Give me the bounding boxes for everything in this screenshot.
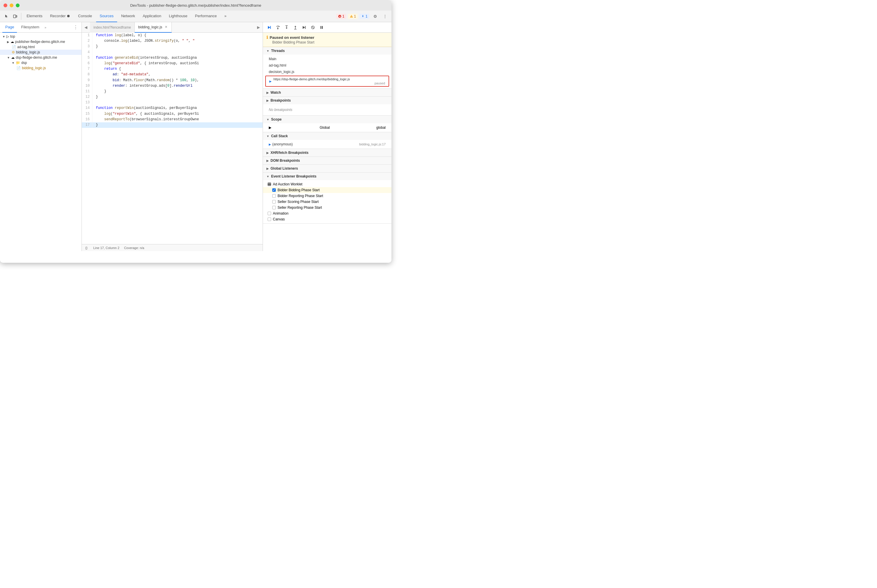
event-group-canvas[interactable]: Canvas [263,216,391,222]
watch-section: ▶ Watch [263,89,391,97]
threads-section: ▼ Threads Main ad-tag.html decision_logi… [263,47,391,89]
tree-item-publisher[interactable]: ▶ ☁ publisher-fledge-demo.glitch.me [0,39,81,44]
info-icon [361,15,365,18]
code-line-14: 14 function reportWin(auctionSignals, pe… [82,105,263,111]
svg-marker-11 [286,28,287,29]
paused-subtitle: Bidder Bidding Phase Start [266,40,388,44]
dom-breakpoints-header[interactable]: ▶ DOM Breakpoints [263,157,391,164]
code-editor[interactable]: 1 function log(label, o) { 2 console.log… [82,33,263,244]
tree-label-bidding: bidding_logic.js [16,50,40,54]
event-group-ad-auction[interactable]: — Ad Auction Worklet [263,181,391,187]
tab-console[interactable]: Console [75,10,96,22]
warning-icon: ! [350,15,353,18]
thread-item-adtag[interactable]: ad-tag.html [263,62,391,69]
callstack-item-anon[interactable]: ▶ (anonymous) bidding_logic.js:17 [263,141,391,147]
file-icon: 📄 [12,45,16,49]
step-out-button[interactable] [292,24,299,31]
step-into-button[interactable] [283,24,290,31]
tab-more[interactable]: » [221,10,230,22]
bidder-reporting-start-checkbox[interactable] [272,194,276,198]
code-line-16: 16 sendReportTo(browserSignals.interestG… [82,117,263,122]
seller-scoring-start-checkbox[interactable] [272,200,276,204]
step-button[interactable] [300,24,308,31]
tab-recorder[interactable]: Recorder ⏺ [47,10,74,22]
scope-header[interactable]: ▼ Scope [263,116,391,123]
event-group-animation[interactable]: Animation [263,210,391,216]
xhr-breakpoints-header[interactable]: ▶ XHR/fetch Breakpoints [263,149,391,156]
editor-tab-more-button[interactable]: ▶ [254,22,263,33]
svg-text:✕: ✕ [338,15,341,18]
tree-toggle-top: ▼ [2,35,5,38]
close-button[interactable] [3,3,7,7]
tree-label-publisher: publisher-fledge-demo.glitch.me [15,40,65,44]
tab-page[interactable]: Page [2,22,17,33]
callstack-toggle: ▼ [266,135,269,138]
tree-item-dsp-folder[interactable]: ▼ 📁 dsp [0,60,81,65]
tree-item-top[interactable]: ▼ ▷ top [0,34,81,39]
scope-section: ▼ Scope ▶ Global global [263,116,391,132]
editor-tab-bidding[interactable]: bidding_logic.js ✕ [135,22,172,33]
minimize-button[interactable] [10,3,14,7]
event-item-bidder-bidding-start[interactable]: ✓ Bidder Bidding Phase Start [263,187,391,193]
tab-elements[interactable]: Elements [23,10,46,22]
tab-performance[interactable]: Performance [192,10,220,22]
canvas-group-checkbox [268,218,271,221]
right-panel-scroll[interactable]: ℹ Paused on event listener Bidder Biddin… [263,33,391,251]
tree-item-bidding[interactable]: ⚙ bidding_logic.js [0,50,81,55]
cursor-tool-button[interactable] [2,12,11,20]
tree-item-adtag[interactable]: 📄 ad-tag.html [0,44,81,50]
code-lines: 1 function log(label, o) { 2 console.log… [82,33,263,128]
tree-item-dsp-domain[interactable]: ▼ ☁ dsp-fledge-demo.glitch.me [0,55,81,60]
error-badge[interactable]: ✕ 1 [336,14,346,19]
pause-exceptions-button[interactable] [318,24,325,31]
threads-header[interactable]: ▼ Threads [263,47,391,55]
event-item-bidder-reporting-start[interactable]: Bidder Reporting Phase Start [263,193,391,199]
debugger-controls [263,22,391,33]
event-item-seller-scoring-start[interactable]: Seller Scoring Phase Start [263,199,391,205]
tab-application[interactable]: Application [139,10,165,22]
scope-toggle: ▼ [266,118,269,121]
device-toolbar-button[interactable] [11,12,19,20]
thread-paused-label: paused [274,81,385,85]
settings-button[interactable]: ⚙ [371,12,379,20]
tree-item-dsp-bidding[interactable]: 📄 bidding_logic.js [0,65,81,70]
scope-content: ▶ Global global [263,123,391,132]
paused-title-text: Paused on event listener [270,35,314,40]
tab-sources[interactable]: Sources [96,10,117,22]
resume-button[interactable] [265,24,273,31]
panel-menu-button[interactable]: ⋮ [72,24,79,31]
tab-network[interactable]: Network [118,10,139,22]
tree-label-adtag: ad-tag.html [17,45,35,49]
editor-tab-close-button[interactable]: ✕ [164,25,168,29]
thread-item-main[interactable]: Main [263,56,391,62]
global-listeners-toggle: ▶ [266,167,269,170]
tab-filesystem[interactable]: Filesystem [18,22,42,33]
seller-reporting-start-checkbox[interactable] [272,206,276,209]
global-listeners-section: ▶ Global Listeners [263,165,391,172]
warning-badge[interactable]: ! 1 [348,14,358,19]
editor-tab-index[interactable]: index.html?fencedframe [90,22,135,33]
watch-header[interactable]: ▶ Watch [263,89,391,96]
event-listener-breakpoints-header[interactable]: ▼ Event Listener Breakpoints [263,172,391,180]
global-listeners-header[interactable]: ▶ Global Listeners [263,165,391,172]
pause-exceptions-icon [320,26,324,30]
deactivate-button[interactable] [309,24,317,31]
step-over-button[interactable] [274,24,281,31]
thread-item-decision[interactable]: decision_logic.js [263,69,391,75]
editor-back-button[interactable]: ◀ [82,22,90,33]
more-options-button[interactable]: ⋮ [381,12,389,20]
tab-lighthouse[interactable]: Lighthouse [165,10,191,22]
event-item-seller-reporting-start[interactable]: Seller Reporting Phase Start [263,205,391,210]
callstack-header[interactable]: ▼ Call Stack [263,132,391,140]
scope-item-global[interactable]: ▶ Global global [263,124,391,131]
deactivate-icon [311,26,315,30]
breakpoints-section: ▶ Breakpoints No breakpoints [263,97,391,116]
maximize-button[interactable] [16,3,20,7]
breakpoints-header[interactable]: ▶ Breakpoints [263,97,391,104]
bidder-bidding-start-checkbox[interactable]: ✓ [272,188,276,192]
event-group-ad-auction-label: Ad Auction Worklet [273,182,302,186]
event-group-animation-label: Animation [273,212,288,216]
svg-marker-9 [277,28,279,30]
info-badge[interactable]: 1 [360,14,369,19]
thread-item-dsp-bidding[interactable]: ▶ https://dsp-fledge-demo.glitch.me/dsp/… [265,76,389,87]
